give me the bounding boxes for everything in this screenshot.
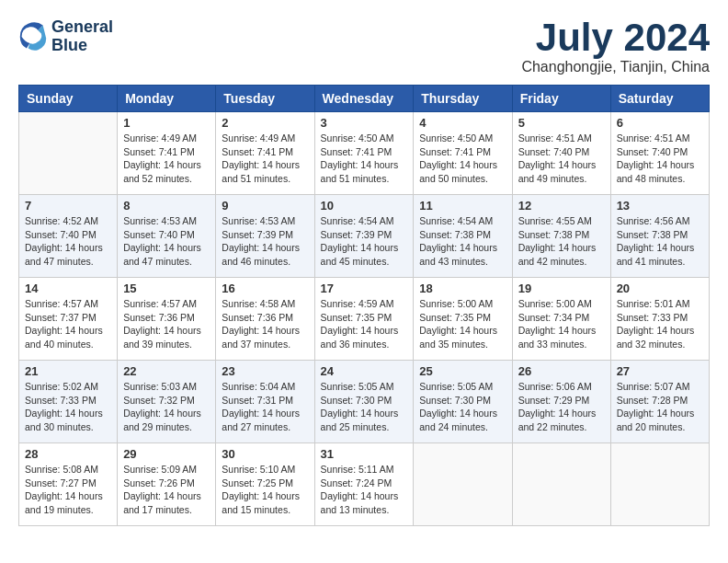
daylight-minutes: and 47 minutes.: [25, 256, 94, 267]
calendar-cell: 1Sunrise: 4:49 AMSunset: 7:41 PMDaylight…: [118, 112, 216, 195]
day-number: 11: [419, 199, 506, 213]
day-number: 18: [419, 282, 506, 295]
sunrise-text: Sunrise: 5:02 AM: [25, 381, 98, 392]
calendar-cell: 2Sunrise: 4:49 AMSunset: 7:41 PMDaylight…: [216, 112, 314, 195]
sunrise-text: Sunrise: 4:57 AM: [25, 298, 98, 309]
sunrise-text: Sunrise: 5:00 AM: [518, 298, 592, 309]
day-info: Sunrise: 4:54 AMSunset: 7:38 PMDaylight:…: [419, 214, 506, 269]
day-info: Sunrise: 4:49 AMSunset: 7:41 PMDaylight:…: [222, 132, 308, 186]
calendar-cell: 16Sunrise: 4:58 AMSunset: 7:36 PMDayligh…: [216, 278, 314, 361]
daylight-label: Daylight: 14 hours: [222, 159, 300, 170]
sunrise-text: Sunrise: 5:03 AM: [123, 381, 197, 392]
calendar-cell: [512, 443, 610, 526]
calendar-cell: 18Sunrise: 5:00 AMSunset: 7:35 PMDayligh…: [414, 278, 512, 361]
daylight-minutes: and 30 minutes.: [25, 421, 94, 432]
day-info: Sunrise: 4:53 AMSunset: 7:40 PMDaylight:…: [123, 214, 210, 269]
calendar-cell: 13Sunrise: 4:56 AMSunset: 7:38 PMDayligh…: [610, 195, 709, 278]
day-number: 28: [25, 447, 111, 461]
col-header-saturday: Saturday: [610, 86, 709, 112]
calendar-cell: 25Sunrise: 5:05 AMSunset: 7:30 PMDayligh…: [414, 361, 512, 443]
day-info: Sunrise: 5:00 AMSunset: 7:34 PMDaylight:…: [518, 297, 605, 351]
daylight-minutes: and 45 minutes.: [321, 256, 390, 267]
day-number: 31: [321, 447, 408, 461]
calendar-cell: 6Sunrise: 4:51 AMSunset: 7:40 PMDaylight…: [610, 112, 709, 195]
col-header-monday: Monday: [118, 86, 216, 112]
daylight-label: Daylight: 14 hours: [617, 408, 695, 419]
calendar-cell: 27Sunrise: 5:07 AMSunset: 7:28 PMDayligh…: [610, 361, 709, 443]
day-info: Sunrise: 4:51 AMSunset: 7:40 PMDaylight:…: [617, 132, 703, 186]
day-number: 6: [617, 116, 703, 130]
calendar-cell: 10Sunrise: 4:54 AMSunset: 7:39 PMDayligh…: [314, 195, 414, 278]
day-info: Sunrise: 5:02 AMSunset: 7:33 PMDaylight:…: [25, 380, 111, 434]
daylight-label: Daylight: 14 hours: [222, 242, 300, 253]
sunset-text: Sunset: 7:38 PM: [617, 229, 688, 240]
sunset-text: Sunset: 7:36 PM: [222, 312, 293, 323]
day-number: 27: [617, 364, 703, 378]
sunset-text: Sunset: 7:35 PM: [321, 312, 392, 323]
sunset-text: Sunset: 7:34 PM: [518, 312, 590, 323]
col-header-thursday: Thursday: [414, 86, 512, 112]
calendar-cell: 30Sunrise: 5:10 AMSunset: 7:25 PMDayligh…: [216, 443, 314, 526]
day-info: Sunrise: 4:49 AMSunset: 7:41 PMDaylight:…: [123, 132, 210, 186]
day-info: Sunrise: 5:03 AMSunset: 7:32 PMDaylight:…: [123, 380, 210, 434]
col-header-tuesday: Tuesday: [216, 86, 314, 112]
day-info: Sunrise: 4:51 AMSunset: 7:40 PMDaylight:…: [518, 132, 605, 186]
daylight-label: Daylight: 14 hours: [518, 242, 597, 253]
calendar-cell: 7Sunrise: 4:52 AMSunset: 7:40 PMDaylight…: [19, 195, 118, 278]
sunrise-text: Sunrise: 4:54 AM: [419, 215, 493, 226]
day-number: 29: [123, 447, 210, 461]
logo-text: General Blue: [51, 18, 113, 55]
sunrise-text: Sunrise: 4:50 AM: [321, 132, 394, 144]
calendar-cell: 12Sunrise: 4:55 AMSunset: 7:38 PMDayligh…: [512, 195, 610, 278]
calendar-cell: 28Sunrise: 5:08 AMSunset: 7:27 PMDayligh…: [19, 443, 118, 526]
logo: General Blue: [18, 18, 113, 55]
week-row-3: 14Sunrise: 4:57 AMSunset: 7:37 PMDayligh…: [19, 278, 710, 361]
sunset-text: Sunset: 7:36 PM: [123, 312, 195, 323]
sunset-text: Sunset: 7:40 PM: [25, 229, 97, 240]
sunrise-text: Sunrise: 4:53 AM: [123, 215, 197, 226]
sunset-text: Sunset: 7:41 PM: [222, 146, 293, 157]
daylight-minutes: and 35 minutes.: [419, 339, 488, 350]
day-number: 20: [617, 282, 703, 295]
sunrise-text: Sunrise: 4:50 AM: [419, 132, 493, 144]
day-number: 8: [123, 199, 210, 213]
sunrise-text: Sunrise: 4:55 AM: [518, 215, 592, 226]
sunrise-text: Sunrise: 5:06 AM: [518, 381, 592, 392]
sunset-text: Sunset: 7:33 PM: [617, 312, 688, 323]
daylight-minutes: and 48 minutes.: [617, 173, 686, 184]
sunset-text: Sunset: 7:40 PM: [518, 146, 590, 157]
daylight-label: Daylight: 14 hours: [123, 408, 201, 419]
sunset-text: Sunset: 7:29 PM: [518, 395, 590, 406]
daylight-label: Daylight: 14 hours: [617, 242, 695, 253]
calendar-cell: 8Sunrise: 4:53 AMSunset: 7:40 PMDaylight…: [118, 195, 216, 278]
sunset-text: Sunset: 7:33 PM: [25, 395, 97, 406]
daylight-minutes: and 13 minutes.: [321, 504, 390, 515]
daylight-minutes: and 51 minutes.: [321, 173, 390, 184]
day-number: 1: [123, 116, 210, 130]
sunset-text: Sunset: 7:41 PM: [321, 146, 392, 157]
day-number: 7: [25, 199, 111, 213]
daylight-label: Daylight: 14 hours: [419, 159, 497, 170]
day-number: 14: [25, 282, 111, 295]
sunrise-text: Sunrise: 4:49 AM: [123, 132, 197, 144]
day-info: Sunrise: 4:59 AMSunset: 7:35 PMDaylight:…: [321, 297, 408, 351]
daylight-label: Daylight: 14 hours: [123, 242, 201, 253]
daylight-label: Daylight: 14 hours: [617, 325, 695, 336]
daylight-minutes: and 52 minutes.: [123, 173, 192, 184]
calendar-header-row: SundayMondayTuesdayWednesdayThursdayFrid…: [19, 86, 710, 112]
daylight-minutes: and 15 minutes.: [222, 504, 290, 515]
calendar-cell: 14Sunrise: 4:57 AMSunset: 7:37 PMDayligh…: [19, 278, 118, 361]
day-info: Sunrise: 4:53 AMSunset: 7:39 PMDaylight:…: [222, 214, 308, 269]
day-info: Sunrise: 4:56 AMSunset: 7:38 PMDaylight:…: [617, 214, 703, 269]
day-info: Sunrise: 5:01 AMSunset: 7:33 PMDaylight:…: [617, 297, 703, 351]
day-number: 12: [518, 199, 605, 213]
day-number: 9: [222, 199, 308, 213]
calendar-cell: 26Sunrise: 5:06 AMSunset: 7:29 PMDayligh…: [512, 361, 610, 443]
sunset-text: Sunset: 7:37 PM: [25, 312, 97, 323]
sunrise-text: Sunrise: 5:01 AM: [617, 298, 690, 309]
logo-icon: [18, 22, 48, 52]
daylight-minutes: and 29 minutes.: [123, 421, 192, 432]
day-number: 23: [222, 364, 308, 378]
sunset-text: Sunset: 7:39 PM: [321, 229, 392, 240]
day-info: Sunrise: 4:58 AMSunset: 7:36 PMDaylight:…: [222, 297, 308, 351]
